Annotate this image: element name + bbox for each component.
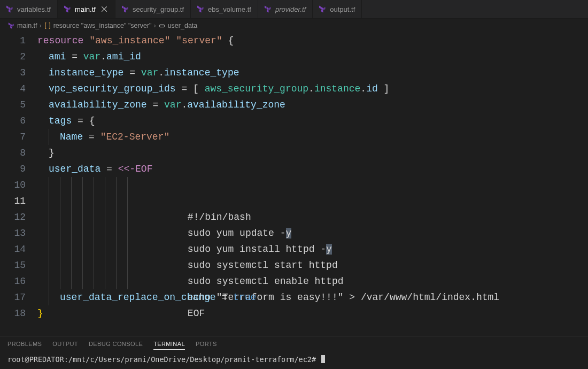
breadcrumb-label: resource "aws_instance" "server" [53, 22, 152, 29]
panel-tabs: PROBLEMS OUTPUT DEBUG CONSOLE TERMINAL P… [0, 336, 588, 352]
code-line[interactable]: } [37, 305, 588, 321]
terraform-icon [121, 5, 129, 13]
tab-label: ebs_volume.tf [208, 5, 251, 13]
tab-ebs-volume[interactable]: ebs_volume.tf [191, 0, 258, 18]
code-line[interactable]: sudo yum install httpd -y [37, 209, 588, 225]
tab-output[interactable]: output.tf [313, 0, 362, 18]
code-line[interactable]: sudo systemctl start httpd [37, 225, 588, 241]
line-number: 12 [0, 209, 37, 225]
code-line[interactable]: tags = { [37, 113, 588, 129]
close-icon[interactable] [100, 5, 109, 13]
panel-tab-ports[interactable]: PORTS [196, 341, 217, 350]
line-number: 15 [0, 257, 37, 273]
tab-variables[interactable]: variables.tf [0, 0, 58, 18]
line-number: 7 [0, 129, 37, 145]
chevron-right-icon: › [40, 22, 42, 29]
code-line[interactable]: instance_type = var.instance_type [37, 65, 588, 81]
breadcrumb-resource[interactable]: resource "aws_instance" "server" [44, 22, 152, 29]
bottom-panel: PROBLEMS OUTPUT DEBUG CONSOLE TERMINAL P… [0, 336, 588, 369]
code-line[interactable]: ami = var.ami_id [37, 49, 588, 65]
line-number: 17 [0, 289, 37, 305]
breadcrumb-userdata[interactable]: user_data [158, 22, 198, 29]
line-number: 11 [0, 193, 37, 209]
code-line[interactable]: EOF [37, 273, 588, 289]
terraform-icon [63, 5, 72, 13]
line-number: 5 [0, 97, 37, 113]
code-line[interactable]: availability_zone = var.availability_zon… [37, 97, 588, 113]
terraform-icon [264, 5, 272, 13]
code-line[interactable]: Name = "EC2-Server" [37, 129, 588, 145]
breadcrumb-file[interactable]: main.tf [7, 22, 37, 29]
panel-tab-debug[interactable]: DEBUG CONSOLE [89, 341, 143, 350]
terraform-icon [318, 5, 327, 13]
line-number: 9 [0, 161, 37, 177]
symbol-namespace-icon [44, 22, 51, 29]
tab-label: output.tf [330, 5, 355, 13]
tab-label: variables.tf [17, 5, 51, 13]
line-number: 3 [0, 65, 37, 81]
terminal-prompt: root@PREDATOR:/mnt/c/Users/prani/OneDriv… [7, 355, 320, 364]
breadcrumb-label: user_data [168, 22, 198, 29]
terraform-icon [5, 5, 14, 13]
code-line[interactable]: resource "aws_instance" "server" { [37, 33, 588, 49]
line-number: 14 [0, 241, 37, 257]
code-line[interactable]: user_data = <<-EOF [37, 161, 588, 177]
line-number: 8 [0, 145, 37, 161]
code-line[interactable]: vpc_security_group_ids = [ aws_security_… [37, 81, 588, 97]
line-number: 4 [0, 81, 37, 97]
symbol-key-icon [158, 22, 166, 29]
editor-tabs: variables.tf main.tf security_group.tf e… [0, 0, 588, 19]
line-number: 13 [0, 225, 37, 241]
tab-provider[interactable]: provider.tf [258, 0, 313, 18]
line-number: 18 [0, 305, 37, 321]
panel-tab-terminal[interactable]: TERMINAL [153, 341, 185, 350]
line-number: 16 [0, 273, 37, 289]
code-editor[interactable]: 1 resource "aws_instance" "server" { 2 a… [0, 33, 588, 326]
code-line[interactable]: sudo systemctl enable httpd [37, 241, 588, 257]
code-line[interactable]: sudo yum update -y [37, 193, 588, 209]
breadcrumb-label: main.tf [17, 22, 37, 29]
code-line[interactable]: #!/bin/bash [37, 177, 588, 193]
line-number: 10 [0, 177, 37, 193]
panel-tab-output[interactable]: OUTPUT [52, 341, 78, 350]
code-line[interactable]: } [37, 145, 588, 161]
breadcrumb: main.tf › resource "aws_instance" "serve… [0, 19, 588, 33]
terraform-icon [7, 22, 15, 29]
code-line[interactable]: user_data_replace_on_change = true [37, 289, 588, 305]
panel-tab-problems[interactable]: PROBLEMS [7, 341, 42, 350]
terminal[interactable]: root@PREDATOR:/mnt/c/Users/prani/OneDriv… [0, 352, 588, 369]
line-number: 1 [0, 33, 37, 49]
tab-label: main.tf [75, 5, 96, 13]
tab-label: provider.tf [275, 5, 306, 13]
line-number: 6 [0, 113, 37, 129]
terminal-cursor-icon [321, 355, 325, 363]
tab-security-group[interactable]: security_group.tf [115, 0, 191, 18]
line-number: 2 [0, 49, 37, 65]
tab-label: security_group.tf [133, 5, 184, 13]
terraform-icon [196, 5, 205, 13]
code-line[interactable]: echo "Terraform is easy!!!" > /var/www/h… [37, 257, 588, 273]
tab-main[interactable]: main.tf [58, 0, 115, 18]
chevron-right-icon: › [153, 22, 156, 29]
